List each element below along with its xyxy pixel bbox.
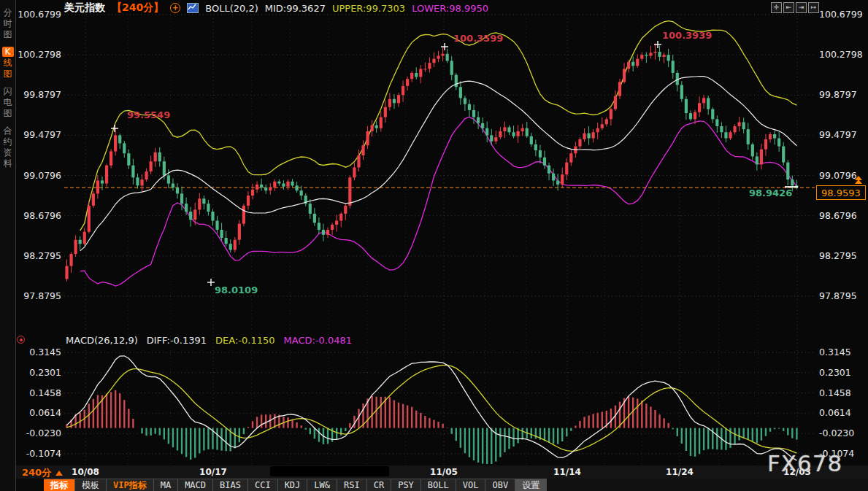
watermark: FX678 [767, 450, 842, 476]
candle-body [384, 107, 387, 117]
candle-body [507, 127, 510, 132]
boll-upper-value: UPPER:99.7303 [332, 3, 405, 14]
toolbar-item-CCI[interactable]: CCI [248, 479, 278, 491]
toolbar-item-MA[interactable]: MA [154, 479, 178, 491]
price-axis-label-left: 99.8797 [23, 89, 61, 100]
toolbar-item-BOLL[interactable]: BOLL [421, 479, 456, 491]
toolbar-item-CR[interactable]: CR [367, 479, 391, 491]
toolbar-item-LW&[interactable]: LW& [307, 479, 337, 491]
candle-body [672, 61, 675, 73]
candle-body [277, 182, 280, 184]
expand-x-icon[interactable]: ⇥ [796, 2, 807, 13]
add-indicator-icon[interactable]: + [170, 3, 180, 13]
toolbar-item-KDJ[interactable]: KDJ [278, 479, 308, 491]
candle-body [521, 128, 524, 131]
toolbar-item-PSY[interactable]: PSY [391, 479, 421, 491]
horizontal-scrollbar[interactable] [270, 466, 389, 476]
macd-axis-label-right: 0.0614 [819, 407, 851, 418]
candle-body [256, 185, 258, 190]
toolbar-item-BIAS[interactable]: BIAS [213, 479, 248, 491]
toolbar-item-指标[interactable]: 指标 [44, 479, 75, 491]
candle-body [388, 99, 391, 107]
candle-body [211, 212, 214, 220]
candle-body [649, 53, 652, 55]
chart-thumbnail-icon[interactable] [187, 3, 199, 13]
candle-body [428, 63, 431, 69]
pan-icon[interactable]: ✛ [771, 2, 782, 13]
candle-body [543, 158, 546, 166]
candle-body [136, 177, 139, 185]
candle-body [777, 139, 780, 147]
candle-body [110, 151, 112, 165]
candle-body [747, 129, 750, 144]
candle-body [601, 124, 604, 128]
boll-mid-value: MID:99.3627 [265, 3, 326, 14]
candle-body [238, 224, 241, 240]
candle-body [322, 230, 325, 235]
kline-macd-chart[interactable]: 100.6799100.6799100.2798100.279899.87979… [0, 0, 868, 491]
candle-body [724, 132, 727, 138]
candle-body [530, 136, 533, 144]
candle-body [309, 204, 312, 214]
sidebar-item-flash-chart[interactable]: 闪电图 [0, 86, 15, 118]
candle-body [296, 185, 299, 190]
sidebar-item-char: 闪 [2, 86, 14, 96]
price-axis-label-left: 97.8795 [23, 290, 61, 301]
candle-body [202, 198, 205, 204]
price-axis-label-right: 99.4797 [819, 129, 857, 140]
toolbar-item-RSI[interactable]: RSI [337, 479, 367, 491]
candle-body [605, 119, 608, 124]
toolbar-item-OBV[interactable]: OBV [485, 479, 515, 491]
candle-body [234, 240, 237, 250]
symbol-name: 美元指数 [64, 1, 105, 15]
indicator-toolbar: 指标模板VIP指标MAMACDBIASCCIKDJLW&RSICRPSYBOLL… [0, 479, 868, 491]
candle-body [680, 85, 683, 98]
candle-body [145, 171, 147, 179]
period-label[interactable]: 【240分】 [112, 1, 164, 15]
candle-body [118, 135, 121, 143]
candle-body [663, 55, 666, 57]
candle-body [273, 182, 276, 187]
candle-body [592, 132, 595, 138]
last-price-tag: 98.9593 [816, 185, 866, 200]
date-tick-label: 10/17 [199, 467, 227, 477]
jump-latest-icon[interactable]: ↦ [808, 2, 819, 13]
candle-body [751, 144, 754, 157]
price-axis-label-left: 98.6796 [23, 210, 61, 221]
candle-body [667, 55, 670, 61]
candle-body [353, 167, 356, 177]
candle-body [782, 147, 785, 163]
candle-body [689, 113, 692, 119]
candle-body [326, 230, 329, 235]
sidebar-item-time-chart[interactable]: 分时图 [0, 7, 15, 39]
candle-body [698, 103, 701, 112]
toolbar-item-MACD[interactable]: MACD [178, 479, 213, 491]
sidebar-item-char: 时 [2, 18, 14, 28]
macd-title[interactable]: MACD(26,12,9) [66, 335, 138, 346]
date-tick-label: 11/24 [666, 467, 694, 477]
indicator-settings-icon[interactable] [17, 336, 25, 344]
sidebar-item-contract-info[interactable]: 合约资料 [0, 125, 15, 169]
candle-body [402, 86, 404, 95]
sidebar-item-kline-chart[interactable]: K线图 [0, 47, 15, 79]
candle-body [587, 134, 590, 139]
price-axis-label-left: 99.0796 [23, 170, 61, 181]
compress-x-icon[interactable]: ⇤ [783, 2, 794, 13]
toolbar-item-设置[interactable]: 设置 [515, 479, 547, 491]
price-axis-label-right: 98.2795 [819, 250, 857, 261]
candle-body [455, 75, 458, 88]
candle-body [481, 123, 484, 128]
period-selector[interactable]: 240分 [22, 466, 63, 479]
price-up-arrows-icon [855, 176, 862, 183]
toolbar-item-VOL[interactable]: VOL [456, 479, 486, 491]
date-tick-label: 10/08 [72, 467, 99, 477]
price-axis-label-left: 98.2795 [23, 250, 61, 261]
candle-body [415, 73, 418, 77]
toolbar-item-VIP指标[interactable]: VIP指标 [107, 479, 154, 491]
candle-body [251, 190, 254, 196]
candle-body [786, 163, 789, 179]
toolbar-item-模板[interactable]: 模板 [75, 479, 107, 491]
candle-body [69, 254, 72, 266]
candle-body [189, 212, 192, 220]
boll-mid-line [80, 77, 797, 251]
